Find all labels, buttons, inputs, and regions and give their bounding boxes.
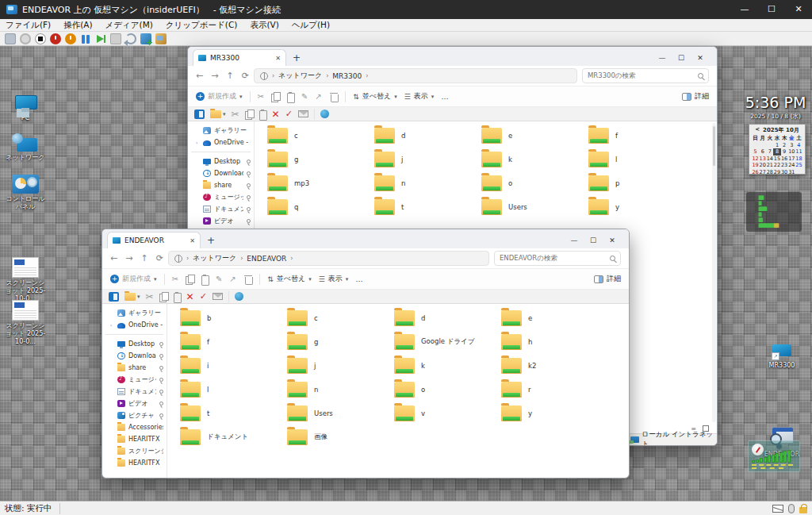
window-minimize-button[interactable]: —: [657, 54, 668, 62]
sidebar-item[interactable]: ドキュメント: [102, 386, 167, 398]
calendar-date-cell[interactable]: 9: [781, 148, 788, 156]
sidebar-item[interactable]: Accessories: [102, 421, 167, 433]
calendar-date-cell[interactable]: 29: [773, 169, 780, 176]
breadcrumb-segment[interactable]: ネットワーク: [278, 71, 322, 81]
folder-item[interactable]: d: [374, 124, 481, 148]
paste-icon[interactable]: [173, 292, 181, 302]
tab-endeavor[interactable]: ENDEAVOR ✕: [107, 232, 201, 248]
sidebar-toggle-icon[interactable]: [109, 292, 119, 302]
folder-item[interactable]: ドキュメント: [180, 425, 287, 449]
cut-icon[interactable]: ✂: [172, 275, 178, 283]
view-button[interactable]: ☰ 表示▾: [404, 91, 435, 102]
refresh-icon[interactable]: ⟳: [242, 71, 249, 81]
folder-item[interactable]: k: [481, 148, 588, 171]
refresh-icon[interactable]: ⟳: [156, 253, 163, 263]
folder-item[interactable]: c: [287, 306, 394, 330]
breadcrumb-segment[interactable]: ネットワーク: [193, 253, 236, 263]
calendar-date-cell[interactable]: 13: [759, 156, 766, 163]
rename-icon[interactable]: ✎: [301, 92, 308, 101]
network-ball-icon[interactable]: [320, 110, 329, 118]
new-tab-button[interactable]: +: [293, 52, 301, 63]
sidebar-item[interactable]: › OneDrive - Pers: [188, 136, 254, 148]
desktop-icon-network[interactable]: ネットワーク: [3, 133, 48, 162]
folder-item[interactable]: Users: [481, 195, 588, 219]
desktop-icon-screenshot-2[interactable]: スクリーンショット 2025-10-0...: [3, 300, 48, 346]
folder-item[interactable]: v: [394, 402, 501, 425]
network-ball-icon[interactable]: [235, 292, 243, 301]
sort-button[interactable]: ⇅ 並べ替え▾: [267, 274, 311, 284]
calendar-date-cell[interactable]: 2: [781, 142, 788, 149]
folder-item[interactable]: i: [180, 354, 287, 378]
paste-icon[interactable]: [201, 275, 209, 284]
folder-item[interactable]: j: [287, 354, 394, 378]
window-maximize-button[interactable]: ☐: [676, 54, 687, 62]
calendar-date-cell[interactable]: 22: [773, 162, 780, 169]
calendar-date-cell[interactable]: [766, 142, 773, 149]
calendar-date-cell[interactable]: 28: [766, 169, 773, 176]
sidebar-item[interactable]: ミュージック: [102, 374, 167, 386]
calendar-date-cell[interactable]: 16: [781, 156, 788, 163]
up-icon[interactable]: ↑: [140, 253, 147, 263]
up-icon[interactable]: ↑: [226, 71, 233, 81]
calendar-date-cell[interactable]: 31: [788, 169, 795, 176]
calendar-date-cell[interactable]: 30: [781, 169, 788, 176]
share-icon[interactable]: [229, 275, 237, 284]
calendar-date-cell[interactable]: 5: [752, 148, 759, 156]
breadcrumb-segment[interactable]: MR3300: [332, 72, 362, 80]
breadcrumb-segment[interactable]: ENDEAVOR: [247, 255, 286, 263]
delete-icon[interactable]: [330, 92, 338, 102]
copy-icon[interactable]: [245, 110, 253, 119]
stop-vm-icon[interactable]: [35, 33, 46, 44]
turn-off-icon[interactable]: [50, 33, 61, 44]
calendar-date-cell[interactable]: 8: [773, 148, 780, 156]
sidebar-item[interactable]: スクリーンショット: [102, 445, 167, 457]
folder-item[interactable]: h: [501, 330, 608, 354]
share-icon[interactable]: [315, 92, 323, 102]
cancel-icon[interactable]: ✕: [272, 110, 280, 119]
folder-item[interactable]: p: [588, 171, 695, 195]
sort-button[interactable]: ⇅ 並べ替え▾: [353, 91, 396, 102]
breadcrumb[interactable]: › ネットワーク›ENDEAVOR›: [168, 251, 489, 266]
sidebar-item[interactable]: Desktop: [102, 338, 167, 350]
vm-minimize-button[interactable]: —: [731, 0, 758, 19]
desktop-icon-control-panel[interactable]: コントロール パネル: [3, 175, 48, 211]
calendar-date-cell[interactable]: 10: [788, 148, 795, 156]
vm-menu-item[interactable]: 操作(A): [58, 19, 98, 32]
paste-icon[interactable]: [259, 110, 266, 119]
folder-item[interactable]: c: [267, 124, 374, 148]
calendar-date-cell[interactable]: 20: [759, 162, 766, 169]
pause-icon[interactable]: [80, 33, 91, 44]
calendar-date-cell[interactable]: 3: [788, 142, 795, 149]
copy-icon[interactable]: [159, 292, 167, 302]
folder-item[interactable]: 画像: [287, 425, 394, 449]
sidebar-item[interactable]: HEARITFX: [102, 457, 167, 469]
back-icon[interactable]: ←: [196, 71, 203, 81]
folder-item[interactable]: g: [287, 330, 394, 354]
calendar-date-cell[interactable]: [752, 142, 759, 149]
copy-icon[interactable]: [271, 92, 279, 102]
paste-icon[interactable]: [286, 92, 294, 102]
cancel-icon[interactable]: ✕: [186, 292, 194, 302]
sidebar-item[interactable]: › OneDrive - Pers: [102, 319, 167, 331]
tab-close-icon[interactable]: ✕: [275, 55, 281, 62]
folder-item[interactable]: y: [501, 402, 608, 425]
new-folder-button[interactable]: ▾: [124, 293, 140, 301]
copy-icon[interactable]: [186, 275, 193, 284]
sidebar-item[interactable]: ギャラリー: [188, 125, 254, 136]
calendar-date-cell[interactable]: 21: [766, 162, 773, 169]
folder-item[interactable]: e: [501, 306, 608, 330]
new-button[interactable]: + 新規作成▾: [196, 91, 243, 102]
new-folder-button[interactable]: ▾: [210, 110, 226, 118]
resume-icon[interactable]: [95, 33, 106, 44]
search-input[interactable]: MR3300の検索: [582, 68, 709, 83]
sidebar-item[interactable]: Desktop: [188, 156, 254, 167]
vm-menu-item[interactable]: メディア(M): [100, 19, 159, 32]
folder-item[interactable]: l: [588, 148, 695, 171]
folder-item[interactable]: o: [481, 171, 588, 195]
folder-item[interactable]: t: [180, 402, 287, 425]
checkpoint-icon[interactable]: [140, 33, 151, 44]
search-input[interactable]: ENDEAVORの検索: [494, 251, 621, 266]
view-button[interactable]: ☰ 表示▾: [319, 274, 349, 284]
sidebar-item[interactable]: share: [102, 362, 167, 374]
vm-close-button[interactable]: ✕: [785, 0, 812, 19]
